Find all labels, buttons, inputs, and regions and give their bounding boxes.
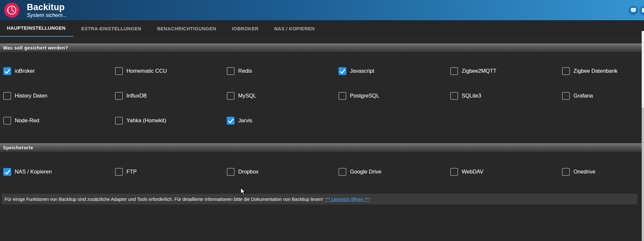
checkbox-label: Homematic CCU bbox=[126, 68, 167, 74]
svg-text:?: ? bbox=[633, 8, 635, 12]
partial-fab-button[interactable] bbox=[640, 6, 644, 15]
unchecked-checkbox[interactable] bbox=[227, 67, 235, 75]
unchecked-checkbox[interactable] bbox=[450, 67, 458, 75]
checkbox-option: Node-Red bbox=[3, 116, 115, 125]
checkbox-option: History Daten bbox=[3, 92, 115, 100]
checkbox-option: InfluxDB bbox=[115, 92, 227, 100]
unchecked-checkbox[interactable] bbox=[115, 67, 123, 75]
checkbox-label: Onedrive bbox=[573, 169, 595, 175]
unchecked-checkbox[interactable] bbox=[339, 92, 346, 100]
checkbox-label: PostgreSQL bbox=[350, 93, 379, 99]
checkbox-option: Javascript bbox=[339, 67, 450, 75]
unchecked-checkbox[interactable] bbox=[562, 92, 570, 100]
checkbox-label: Javascript bbox=[350, 68, 374, 74]
checkbox-label: History Daten bbox=[15, 93, 47, 99]
checkbox-label: Dropbox bbox=[238, 169, 258, 175]
tab-bar: HAUPTEINSTELLUNGENEXTRA-EINSTELLUNGENBEN… bbox=[0, 20, 644, 37]
info-bar: Für einige Funktionen von Backitup sind … bbox=[2, 194, 637, 204]
unchecked-checkbox[interactable] bbox=[562, 67, 570, 75]
help-bubble-icon: ? bbox=[631, 8, 636, 13]
checked-checkbox[interactable] bbox=[339, 67, 346, 75]
tab-haupteinstellungen[interactable]: HAUPTEINSTELLUNGEN bbox=[0, 20, 74, 37]
checked-checkbox[interactable] bbox=[227, 117, 235, 125]
checkbox-label: Grafana bbox=[573, 93, 593, 99]
unchecked-checkbox[interactable] bbox=[115, 168, 123, 176]
header-titles: Backitup System sichern... bbox=[27, 2, 67, 18]
options-grid: NAS / KopierenFTPDropboxGoogle DriveWebD… bbox=[0, 152, 644, 176]
checkbox-option: Google Drive bbox=[339, 168, 450, 176]
unchecked-checkbox[interactable] bbox=[3, 117, 11, 125]
tab-iobroker[interactable]: IOBROKER bbox=[224, 20, 266, 37]
checkbox-option: Zigbee2MQTT bbox=[450, 67, 562, 75]
checkbox-label: Redis bbox=[238, 68, 252, 74]
unchecked-checkbox[interactable] bbox=[3, 92, 11, 100]
checkbox-label: Yahka (Homekit) bbox=[126, 117, 166, 124]
vertical-scrollbar[interactable] bbox=[642, 31, 644, 241]
app-subtitle: System sichern... bbox=[27, 12, 67, 18]
checkbox-option: WebDAV bbox=[450, 168, 562, 176]
checkbox-option: Jarvis bbox=[227, 116, 339, 125]
readme-link[interactable]: *** Liesmich öffnen *** bbox=[325, 197, 370, 202]
checkbox-label: FTP bbox=[126, 169, 137, 175]
checkbox-option: Homematic CCU bbox=[115, 67, 227, 75]
checkbox-option: MySQL bbox=[227, 92, 339, 100]
checkbox-option: Grafana bbox=[562, 92, 644, 100]
app-title: Backitup bbox=[27, 2, 67, 12]
scrollbar-thumb[interactable] bbox=[642, 31, 644, 108]
checkbox-option: Yahka (Homekit) bbox=[115, 116, 227, 125]
info-text: Für einige Funktionen von Backitup sind … bbox=[5, 197, 323, 202]
checkbox-option: FTP bbox=[115, 168, 227, 176]
checkbox-option: SQLite3 bbox=[450, 92, 562, 100]
checkbox-label: Jarvis bbox=[238, 117, 252, 124]
app-header: Backitup System sichern... ? bbox=[0, 0, 644, 20]
checkbox-option: NAS / Kopieren bbox=[3, 168, 115, 176]
unchecked-checkbox[interactable] bbox=[227, 168, 235, 176]
checked-checkbox[interactable] bbox=[3, 67, 11, 75]
checkbox-option: Redis bbox=[227, 67, 339, 75]
checkbox-option: Zigbee Datenbank bbox=[562, 67, 644, 75]
unchecked-checkbox[interactable] bbox=[115, 92, 123, 100]
unchecked-checkbox[interactable] bbox=[450, 168, 458, 176]
partial-fab-icon bbox=[641, 8, 644, 13]
checkbox-option: Dropbox bbox=[227, 168, 339, 176]
checkbox-label: Node-Red bbox=[15, 117, 39, 124]
checkbox-label: InfluxDB bbox=[126, 93, 147, 99]
checkbox-label: MySQL bbox=[238, 93, 256, 99]
help-button[interactable]: ? bbox=[629, 6, 638, 15]
checkbox-option: ioBroker bbox=[3, 67, 115, 75]
unchecked-checkbox[interactable] bbox=[562, 168, 570, 176]
backitup-logo-icon bbox=[4, 3, 19, 18]
checkbox-option: Onedrive bbox=[562, 168, 644, 176]
unchecked-checkbox[interactable] bbox=[450, 92, 458, 100]
checkbox-label: Zigbee2MQTT bbox=[462, 68, 496, 74]
section-header: Speicherorte bbox=[0, 143, 644, 152]
unchecked-checkbox[interactable] bbox=[115, 117, 123, 125]
tab-benachrichtigungen[interactable]: BENACHRICHTIGUNGEN bbox=[149, 20, 224, 37]
options-grid: ioBrokerHomematic CCURedisJavascriptZigb… bbox=[0, 53, 644, 143]
checkbox-label: Zigbee Datenbank bbox=[573, 68, 618, 74]
checkbox-label: SQLite3 bbox=[462, 93, 481, 99]
checkbox-option: PostgreSQL bbox=[339, 92, 450, 100]
checkbox-label: Google Drive bbox=[350, 169, 381, 175]
checkbox-label: WebDAV bbox=[462, 169, 483, 175]
checkbox-label: NAS / Kopieren bbox=[15, 169, 52, 175]
unchecked-checkbox[interactable] bbox=[339, 168, 346, 176]
checkbox-label: ioBroker bbox=[15, 68, 35, 74]
section-header: Was soll gesichert werden? bbox=[0, 43, 644, 53]
checked-checkbox[interactable] bbox=[3, 168, 11, 176]
config-content: Was soll gesichert werden?ioBrokerHomema… bbox=[0, 43, 644, 176]
tab-nas-kopieren[interactable]: NAS / KOPIEREN bbox=[266, 20, 322, 37]
tab-extra-einstellungen[interactable]: EXTRA-EINSTELLUNGEN bbox=[74, 20, 149, 37]
unchecked-checkbox[interactable] bbox=[227, 92, 235, 100]
